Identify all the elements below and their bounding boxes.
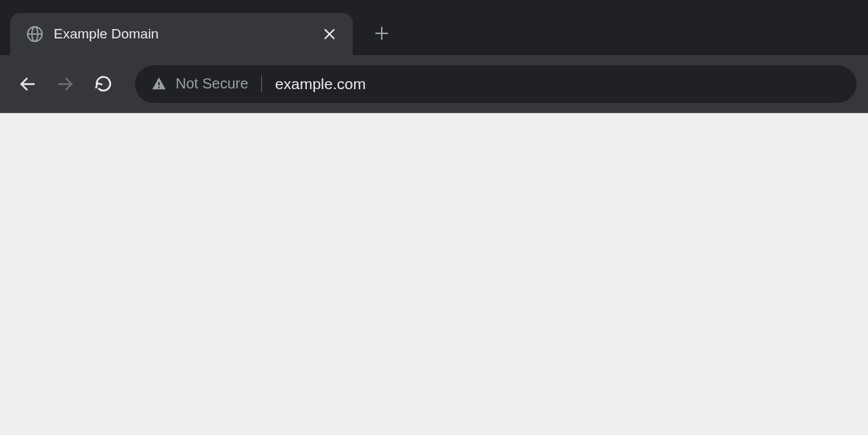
globe-icon <box>26 25 44 43</box>
arrow-right-icon <box>56 75 75 94</box>
address-bar[interactable]: Not Secure example.com <box>135 65 856 103</box>
back-button[interactable] <box>12 68 44 100</box>
page-content <box>0 113 868 435</box>
forward-button[interactable] <box>49 68 81 100</box>
tab-strip: Example Domain <box>0 0 868 55</box>
tab-title: Example Domain <box>54 26 319 42</box>
svg-rect-9 <box>158 82 160 86</box>
browser-tab[interactable]: Example Domain <box>10 13 353 55</box>
close-tab-button[interactable] <box>319 24 340 44</box>
url-text: example.com <box>275 75 366 93</box>
security-text: Not Secure <box>176 75 248 92</box>
toolbar: Not Secure example.com <box>0 55 868 113</box>
reload-icon <box>94 75 112 93</box>
plus-icon <box>374 26 389 41</box>
warning-icon <box>151 76 167 92</box>
arrow-left-icon <box>18 75 37 94</box>
new-tab-button[interactable] <box>366 17 398 49</box>
security-indicator[interactable]: Not Secure <box>151 75 262 92</box>
svg-rect-10 <box>158 86 160 88</box>
browser-chrome: Example Domain <box>0 0 868 113</box>
close-icon <box>323 28 336 41</box>
reload-button[interactable] <box>87 68 119 100</box>
